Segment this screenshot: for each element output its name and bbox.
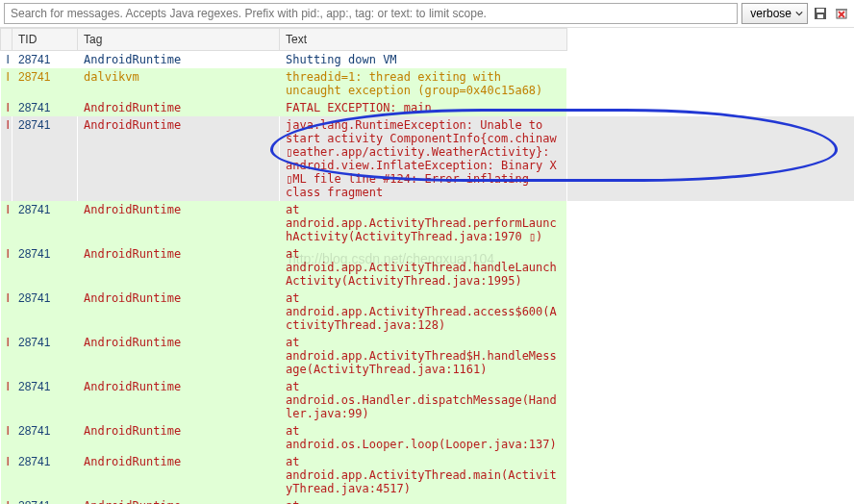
cell-level: I	[1, 453, 13, 497]
save-icon[interactable]	[812, 5, 829, 22]
table-row[interactable]: I28741AndroidRuntimeat android.app.Activ…	[1, 334, 855, 378]
table-row[interactable]: I28741AndroidRuntimeFATAL EXCEPTION: mai…	[1, 99, 855, 116]
toolbar: verbose	[0, 0, 854, 28]
cell-tid: 28741	[13, 245, 78, 290]
table-row[interactable]: I28741AndroidRuntimeShutting down VM	[1, 51, 855, 69]
col-text[interactable]: Text	[280, 29, 567, 51]
cell-tid: 28741	[13, 99, 78, 116]
cell-tag: AndroidRuntime	[78, 334, 280, 378]
cell-tid: 28741	[13, 422, 78, 453]
cell-level: I	[1, 245, 13, 290]
cell-text: at android.app.ActivityThread.handleLaun…	[280, 245, 567, 290]
cell-level: I	[1, 68, 13, 99]
col-tid[interactable]: TID	[13, 29, 78, 51]
log-level-dropdown[interactable]: verbose	[741, 3, 808, 24]
clear-log-icon[interactable]	[833, 5, 850, 22]
cell-text: at android.app.ActivityThread.main(Activ…	[280, 453, 567, 497]
svg-rect-2	[817, 14, 823, 18]
table-row[interactable]: I28741AndroidRuntimeat android.app.Activ…	[1, 245, 855, 290]
table-row[interactable]: I28741dalvikvmthreadid=1: thread exiting…	[1, 68, 855, 99]
cell-level: I	[1, 290, 13, 334]
log-table: TID Tag Text I28741AndroidRuntimeShuttin…	[0, 28, 854, 504]
table-header-row: TID Tag Text	[1, 29, 855, 51]
cell-level: I	[1, 201, 13, 245]
cell-tag: AndroidRuntime	[78, 51, 280, 69]
table-row[interactable]: I28741AndroidRuntimeat android.app.Activ…	[1, 453, 855, 497]
svg-rect-1	[816, 9, 824, 13]
cell-text: at java.lang.reflect.Method.invokeNative…	[280, 497, 567, 504]
col-level[interactable]	[1, 29, 13, 51]
cell-tag: AndroidRuntime	[78, 116, 280, 201]
cell-text: at android.os.Looper.loop(Looper.java:13…	[280, 422, 567, 453]
cell-tid: 28741	[13, 334, 78, 378]
cell-tid: 28741	[13, 453, 78, 497]
dropdown-value: verbose	[750, 7, 791, 20]
cell-text: threadid=1: thread exiting with uncaught…	[280, 68, 567, 99]
search-input[interactable]	[4, 3, 738, 24]
cell-level: I	[1, 378, 13, 422]
col-tag[interactable]: Tag	[78, 29, 280, 51]
cell-tag: AndroidRuntime	[78, 497, 280, 504]
cell-tag: AndroidRuntime	[78, 245, 280, 290]
cell-tag: AndroidRuntime	[78, 453, 280, 497]
cell-text: at android.app.ActivityThread.performLau…	[280, 201, 567, 245]
cell-tid: 28741	[13, 51, 78, 69]
cell-level: I	[1, 116, 13, 201]
svg-rect-4	[836, 9, 847, 11]
cell-text: at android.app.ActivityThread$H.handleMe…	[280, 334, 567, 378]
cell-tag: AndroidRuntime	[78, 378, 280, 422]
cell-tid: 28741	[13, 201, 78, 245]
cell-text: java.lang.RuntimeException: Unable to st…	[280, 116, 567, 201]
table-row[interactable]: I28741AndroidRuntimejava.lang.RuntimeExc…	[1, 116, 855, 201]
table-row[interactable]: I28741AndroidRuntimeat android.app.Activ…	[1, 201, 855, 245]
cell-text: at android.os.Handler.dispatchMessage(Ha…	[280, 378, 567, 422]
cell-tag: AndroidRuntime	[78, 290, 280, 334]
cell-tid: 28741	[13, 378, 78, 422]
cell-tid: 28741	[13, 497, 78, 504]
table-row[interactable]: I28741AndroidRuntimeat android.app.Activ…	[1, 290, 855, 334]
cell-text: Shutting down VM	[280, 51, 567, 69]
cell-level: I	[1, 99, 13, 116]
cell-level: I	[1, 51, 13, 69]
cell-tag: AndroidRuntime	[78, 422, 280, 453]
cell-tag: AndroidRuntime	[78, 201, 280, 245]
cell-tid: 28741	[13, 68, 78, 99]
cell-tid: 28741	[13, 290, 78, 334]
cell-level: I	[1, 422, 13, 453]
cell-level: I	[1, 334, 13, 378]
table-row[interactable]: I28741AndroidRuntimeat java.lang.reflect…	[1, 497, 855, 504]
cell-tag: dalvikvm	[78, 68, 280, 99]
cell-tag: AndroidRuntime	[78, 99, 280, 116]
chevron-down-icon	[795, 10, 803, 17]
table-row[interactable]: I28741AndroidRuntimeat android.os.Looper…	[1, 422, 855, 453]
cell-tid: 28741	[13, 116, 78, 201]
cell-level: I	[1, 497, 13, 504]
cell-text: FATAL EXCEPTION: main	[280, 99, 567, 116]
cell-text: at android.app.ActivityThread.access$600…	[280, 290, 567, 334]
table-row[interactable]: I28741AndroidRuntimeat android.os.Handle…	[1, 378, 855, 422]
